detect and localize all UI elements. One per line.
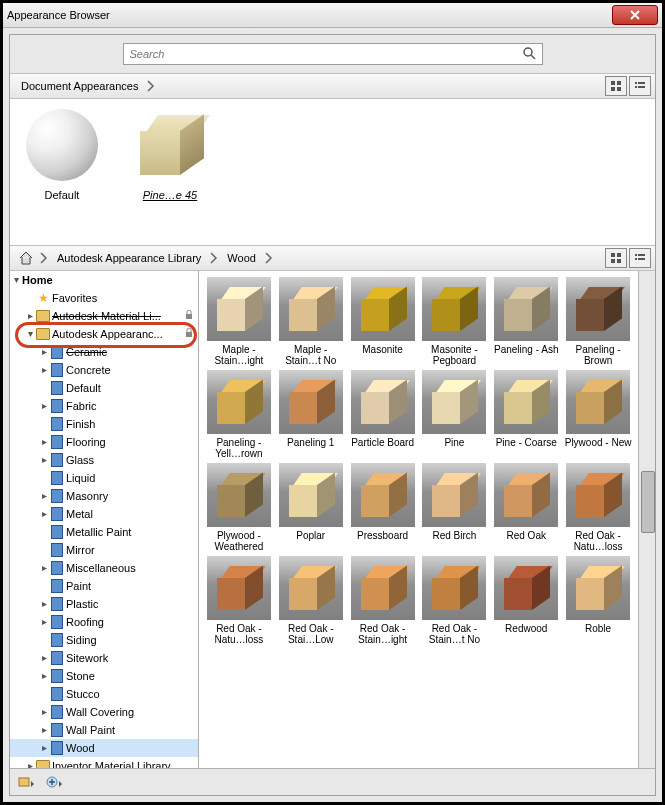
breadcrumb-item[interactable]: Wood (220, 246, 263, 270)
expander-icon[interactable]: ▸ (38, 434, 50, 450)
material-item[interactable]: Redwood (492, 556, 560, 645)
scrollbar[interactable] (638, 271, 655, 768)
library-menu-button[interactable] (16, 773, 36, 791)
tree-item[interactable]: ▸Wall Covering (10, 703, 198, 721)
material-item[interactable]: Paneling - Brown (564, 277, 632, 366)
expander-icon[interactable]: ▸ (38, 740, 50, 756)
search-input[interactable] (128, 47, 522, 61)
tree-item[interactable]: ▸Wall Paint (10, 721, 198, 739)
tree-label: Fabric (66, 398, 97, 414)
tree-item[interactable]: ▸Sitework (10, 649, 198, 667)
material-item[interactable]: Red Birch (421, 463, 489, 552)
chevron-right-icon[interactable] (145, 75, 157, 97)
expander-icon[interactable]: ▸ (38, 344, 50, 360)
expander-icon[interactable]: ▸ (38, 704, 50, 720)
tree-item[interactable]: ▸Flooring (10, 433, 198, 451)
expander-icon[interactable]: ▸ (38, 488, 50, 504)
tree-item[interactable]: ▸Inventor Material Library (10, 757, 198, 768)
material-item[interactable]: Poplar (277, 463, 345, 552)
expander-icon[interactable]: ▸ (38, 506, 50, 522)
material-item[interactable]: Pressboard (349, 463, 417, 552)
tree-item[interactable]: Default (10, 379, 198, 397)
material-item[interactable]: Plywood - Weathered (205, 463, 273, 552)
expander-icon[interactable]: ▸ (38, 668, 50, 684)
material-item[interactable]: Red Oak - Stain…t No (421, 556, 489, 645)
breadcrumb-item[interactable]: Autodesk Appearance Library (50, 246, 208, 270)
grid-view-button[interactable] (605, 76, 627, 96)
tree-item[interactable]: Stucco (10, 685, 198, 703)
tree-item[interactable]: Mirror (10, 541, 198, 559)
category-icon (50, 381, 64, 395)
tree-item[interactable]: ▸Ceramic (10, 343, 198, 361)
tree-item[interactable]: Liquid (10, 469, 198, 487)
doc-appearance-item[interactable]: Default (16, 105, 108, 201)
material-item[interactable]: Roble (564, 556, 632, 645)
material-item[interactable]: Masonite (349, 277, 417, 366)
tree-item[interactable]: ▸Wood (10, 739, 198, 757)
tree-item[interactable]: Finish (10, 415, 198, 433)
library-tree[interactable]: ▾Home★Favorites▸Autodesk Material Li...▾… (10, 271, 199, 768)
item-label: Redwood (492, 623, 560, 645)
tree-item[interactable]: Metallic Paint (10, 523, 198, 541)
material-item[interactable]: Paneling 1 (277, 370, 345, 459)
svg-rect-6 (635, 82, 637, 84)
material-item[interactable]: Maple - Stain…t No (277, 277, 345, 366)
material-item[interactable]: Red Oak - Stai…Low (277, 556, 345, 645)
material-item[interactable]: Paneling - Yell…rown (205, 370, 273, 459)
tree-item[interactable]: ▸Metal (10, 505, 198, 523)
expander-icon[interactable]: ▸ (38, 650, 50, 666)
tree-item[interactable]: ▸Concrete (10, 361, 198, 379)
tree-item[interactable]: ▸Glass (10, 451, 198, 469)
add-menu-button[interactable] (44, 773, 64, 791)
expander-icon[interactable]: ▸ (38, 722, 50, 738)
chevron-right-icon[interactable] (263, 247, 275, 269)
tree-root[interactable]: ▾Home (10, 271, 198, 289)
chevron-right-icon[interactable] (38, 247, 50, 269)
expander-icon[interactable]: ▸ (38, 596, 50, 612)
expander-icon[interactable]: ▾ (24, 326, 36, 342)
grid-view-button[interactable] (605, 248, 627, 268)
tree-item[interactable]: ▸Roofing (10, 613, 198, 631)
tree-item[interactable]: ▸Autodesk Material Li... (10, 307, 198, 325)
material-item[interactable]: Plywood - New (564, 370, 632, 459)
material-item[interactable]: Red Oak (492, 463, 560, 552)
tree-item[interactable]: ▸Fabric (10, 397, 198, 415)
material-item[interactable]: Red Oak - Stain…ight (349, 556, 417, 645)
svg-rect-13 (617, 259, 621, 263)
material-gallery[interactable]: Maple - Stain…ightMaple - Stain…t NoMaso… (199, 271, 638, 768)
tree-item[interactable]: ▸Miscellaneous (10, 559, 198, 577)
expander-icon[interactable]: ▸ (38, 614, 50, 630)
expander-icon[interactable]: ▸ (38, 398, 50, 414)
home-button[interactable] (14, 246, 38, 270)
expander-icon[interactable]: ▸ (24, 308, 36, 324)
scrollbar-thumb[interactable] (641, 471, 655, 533)
tree-item[interactable]: ▾Autodesk Appearanc... (10, 325, 198, 343)
material-item[interactable]: Paneling - Ash (492, 277, 560, 366)
tree-item[interactable]: ▸Plastic (10, 595, 198, 613)
material-item[interactable]: Red Oak - Natu…loss (205, 556, 273, 645)
breadcrumb-item[interactable]: Document Appearances (14, 74, 145, 98)
list-view-button[interactable] (629, 248, 651, 268)
doc-appearance-item[interactable]: Pine…e 45 (124, 105, 216, 201)
material-item[interactable]: Red Oak - Natu…loss (564, 463, 632, 552)
material-item[interactable]: Masonite - Pegboard (421, 277, 489, 366)
expander-icon[interactable]: ▸ (38, 362, 50, 378)
svg-rect-8 (635, 86, 637, 88)
search-box[interactable] (123, 43, 543, 65)
tree-item[interactable]: ▸Stone (10, 667, 198, 685)
tree-item[interactable]: ▸Masonry (10, 487, 198, 505)
chevron-right-icon[interactable] (208, 247, 220, 269)
material-item[interactable]: Pine (421, 370, 489, 459)
tree-item[interactable]: ★Favorites (10, 289, 198, 307)
close-button[interactable] (612, 5, 658, 25)
folder-icon (36, 759, 50, 768)
material-item[interactable]: Pine - Coarse (492, 370, 560, 459)
tree-item[interactable]: Paint (10, 577, 198, 595)
material-item[interactable]: Maple - Stain…ight (205, 277, 273, 366)
list-view-button[interactable] (629, 76, 651, 96)
expander-icon[interactable]: ▸ (38, 560, 50, 576)
material-item[interactable]: Particle Board (349, 370, 417, 459)
tree-item[interactable]: Siding (10, 631, 198, 649)
expander-icon[interactable]: ▸ (38, 452, 50, 468)
expander-icon[interactable]: ▸ (24, 758, 36, 768)
